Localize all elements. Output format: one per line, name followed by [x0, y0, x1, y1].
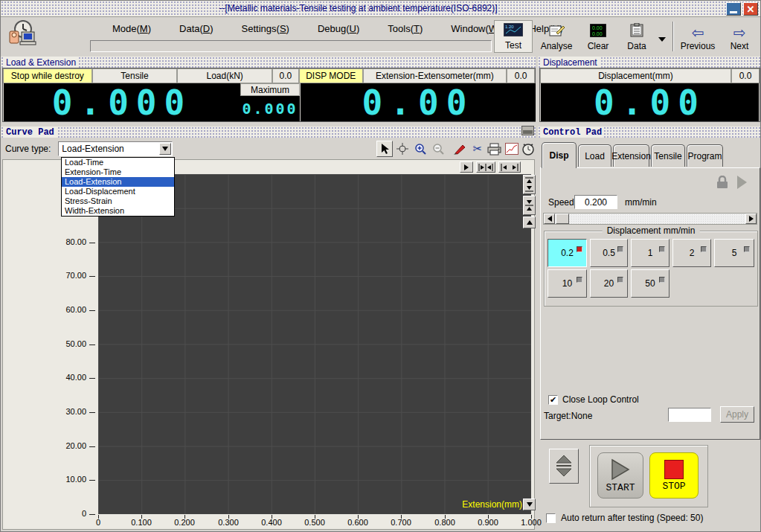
combobox-dropdown-button[interactable] — [159, 143, 171, 155]
stop-while-destroy-button[interactable]: Stop while destroy — [3, 68, 92, 83]
zoom-in-tool-button[interactable] — [412, 141, 428, 157]
data-dropdown-button[interactable] — [658, 33, 666, 44]
curve-pad-header-strip — [1, 126, 536, 138]
menu-debug[interactable]: Debug(U) — [318, 23, 359, 34]
test-icon: 1.20 — [504, 23, 523, 39]
previous-button[interactable]: ⇦ Previous — [676, 20, 719, 53]
speed-preset-1[interactable]: 1 — [631, 239, 670, 267]
scroll-up-button[interactable] — [523, 217, 536, 228]
dropdown-option[interactable]: Extension-Time — [62, 167, 174, 177]
scrollbar-left-button[interactable] — [544, 214, 555, 224]
tab-load[interactable]: Load — [578, 144, 611, 167]
speed-preset-10[interactable]: 10 — [548, 269, 587, 298]
maximum-label: Maximum — [240, 83, 300, 96]
analyse-button[interactable]: Analyse — [536, 20, 577, 53]
tab-program[interactable]: Program — [687, 144, 723, 167]
zoom-in-icon — [414, 143, 427, 156]
speed-scrollbar[interactable] — [543, 213, 757, 225]
panel-window-icon[interactable] — [521, 126, 534, 135]
close-loop-checkbox[interactable]: ✔ — [548, 395, 558, 405]
menu-tools[interactable]: Tools(T) — [388, 23, 423, 34]
close-icon: ✕ — [747, 4, 755, 15]
flag-icon — [617, 246, 623, 252]
speed-preset-5[interactable]: 5 — [714, 239, 754, 267]
speed-preset-0.2[interactable]: 0.2 — [548, 239, 587, 267]
arrow-right-icon: ⇨ — [733, 26, 746, 39]
jog-button[interactable] — [549, 449, 579, 484]
next-button[interactable]: ⇨ Next — [721, 20, 758, 53]
displacement-panel: Displacement(mm) 0.0 0.00 — [539, 68, 760, 122]
curve-type-label: Curve type: — [5, 144, 51, 154]
chart-plot[interactable]: Load Extension(mm) — [98, 174, 531, 514]
tab-disp[interactable]: Disp — [542, 142, 577, 168]
extension-display: 0.00 — [301, 83, 536, 121]
stop-button[interactable]: STOP — [649, 452, 699, 499]
target-input[interactable] — [668, 408, 711, 422]
crosshair-tool-button[interactable] — [394, 141, 411, 157]
load-display: 0.000 — [4, 83, 240, 121]
dropdown-option-selected[interactable]: Load-Extension — [62, 177, 174, 187]
dropdown-option[interactable]: Width-Extension — [62, 206, 174, 216]
speed-preset-50[interactable]: 50 — [631, 269, 670, 298]
scroll-right-button[interactable] — [460, 161, 473, 173]
flag-icon — [617, 277, 623, 283]
apply-button[interactable]: Apply — [720, 406, 754, 423]
pen-tool-button[interactable] — [451, 141, 467, 157]
clear-button[interactable]: 0.000.00 Clear — [580, 20, 616, 53]
minimize-button[interactable] — [726, 2, 741, 16]
auto-return-checkbox[interactable] — [546, 513, 556, 523]
test-button[interactable]: 1.20 Test — [494, 20, 533, 53]
tab-extension[interactable]: Extension — [613, 144, 649, 167]
y-tick: 10.00 — [3, 475, 86, 484]
y-tick: 40.00 — [3, 373, 86, 382]
scrollbar-thumb[interactable] — [556, 214, 569, 224]
curve-chart-icon — [505, 143, 518, 155]
extension-header-value: 0.0 — [507, 68, 535, 83]
fit-horizontal-compress-button[interactable] — [476, 161, 495, 173]
window-title: --[Metallic materials-Tensile testing at… — [1, 3, 716, 13]
x-tick: 0.700 — [391, 518, 411, 527]
speed-preset-20[interactable]: 20 — [590, 269, 628, 298]
fit-horizontal-expand-button[interactable] — [498, 161, 521, 173]
data-button[interactable]: Data — [618, 20, 655, 53]
dropdown-option[interactable]: Load-Displacement — [62, 187, 174, 196]
menu-mode[interactable]: Mode(M) — [112, 23, 151, 34]
speed-preset-0.5[interactable]: 0.5 — [590, 239, 628, 267]
speed-input[interactable] — [574, 195, 617, 209]
curve-type-combobox[interactable]: Load-Extension — [58, 141, 173, 156]
displacement-header-value: 0.0 — [731, 68, 760, 83]
analyse-icon — [548, 24, 565, 39]
curve-view-button[interactable] — [504, 141, 520, 157]
curve-type-row: Curve type: Load-Extension — [5, 141, 173, 156]
jog-up-down-icon — [554, 454, 574, 479]
close-loop-label: Close Loop Control — [562, 394, 639, 405]
svg-text:0.00: 0.00 — [592, 25, 603, 31]
dropdown-option[interactable]: Stress-Strain — [62, 196, 174, 206]
tab-tensile[interactable]: Tensile — [651, 144, 685, 167]
y-tick: 80.00 — [3, 237, 86, 246]
scroll-down-button[interactable] — [523, 499, 536, 510]
y-tick: 70.00 — [3, 271, 86, 280]
zoom-out-tool-button[interactable] — [430, 141, 446, 157]
speed-preset-2[interactable]: 2 — [672, 239, 711, 267]
scissors-icon: ✂ — [473, 142, 483, 156]
load-display-value: 0.000 — [52, 83, 192, 123]
print-button[interactable] — [486, 141, 502, 157]
pointer-tool-button[interactable] — [376, 141, 393, 157]
start-button[interactable]: START — [597, 452, 643, 499]
load-extension-panel: Stop while destroy Tensile Load(kN) 0.0 … — [2, 68, 536, 122]
crosshair-icon — [396, 143, 408, 155]
close-button[interactable]: ✕ — [743, 2, 758, 16]
fit-vertical-compress-button[interactable] — [523, 196, 536, 215]
flag-icon — [701, 246, 707, 252]
disp-mode-cell: DISP MODE — [299, 68, 363, 83]
scrollbar-right-button[interactable] — [745, 214, 757, 224]
menu-settings[interactable]: Settings(S) — [242, 23, 289, 34]
timer-button[interactable] — [520, 141, 536, 157]
stop-square-icon — [664, 460, 684, 479]
displacement-header-row: Displacement(mm) 0.0 — [540, 68, 760, 83]
fit-vertical-expand-button[interactable] — [523, 175, 536, 194]
dropdown-option[interactable]: Load-Time — [62, 158, 174, 167]
cut-tool-button[interactable]: ✂ — [469, 141, 486, 157]
menu-data[interactable]: Data(D) — [179, 23, 213, 34]
